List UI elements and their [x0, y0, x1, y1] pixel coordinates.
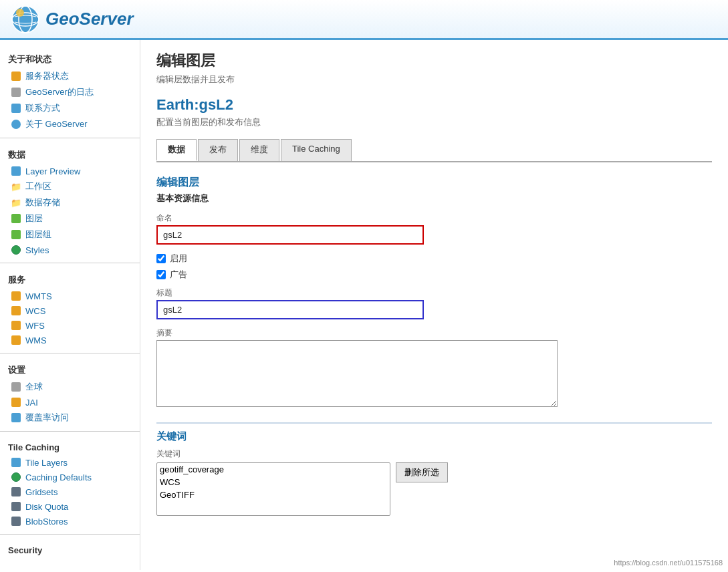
sidebar-label-wmts: WMTS — [25, 291, 52, 301]
sidebar-item-global[interactable]: 全球 — [0, 379, 140, 395]
layergroup-icon — [11, 229, 21, 240]
advertised-group: 广告 — [156, 269, 712, 281]
logo-text: GeoServer — [45, 9, 134, 29]
sidebar-item-caching-defaults[interactable]: Caching Defaults — [0, 470, 140, 484]
sidebar-label-styles: Styles — [25, 245, 49, 255]
watermark: https://blog.csdn.net/u011575168 — [614, 559, 723, 567]
remove-keywords-button[interactable]: 删除所选 — [396, 462, 448, 482]
sidebar-section-about: 关于和状态 — [0, 48, 140, 68]
sidebar-label-blobstores: BlobStores — [25, 517, 68, 527]
workspace-icon: 📁 — [11, 181, 21, 192]
abstract-field-group: 摘要 — [156, 327, 712, 409]
gridsets-icon — [11, 486, 21, 497]
title-field-group: 标题 — [156, 287, 712, 319]
sidebar-item-coverage[interactable]: 覆盖率访问 — [0, 410, 140, 426]
page-title: 编辑图层 — [156, 51, 712, 71]
disk-quota-icon — [11, 501, 21, 512]
sidebar-label-datastore: 数据存储 — [25, 196, 60, 208]
page-subtitle: 编辑层数据并且发布 — [156, 74, 712, 86]
tile-layers-icon — [11, 457, 21, 468]
name-input[interactable] — [156, 225, 424, 245]
abstract-label: 摘要 — [156, 327, 712, 339]
sidebar-item-contact[interactable]: 联系方式 — [0, 100, 140, 116]
sidebar-item-log[interactable]: GeoServer的日志 — [0, 84, 140, 100]
keywords-section: 关键词 关键词 geotiff_coverage WCS GeoTIFF 删除所… — [156, 422, 712, 516]
keyword-item[interactable]: geotiff_coverage — [157, 463, 390, 476]
sidebar-item-layer[interactable]: 图层 — [0, 210, 140, 227]
sidebar-label-gridsets: Gridsets — [25, 487, 57, 497]
sidebar-section-services: 服务 — [0, 269, 140, 289]
advertised-label: 广告 — [170, 269, 187, 281]
layout: 关于和状态 服务器状态 GeoServer的日志 联系方式 关于 GeoServ… — [0, 40, 728, 570]
header: GeoServer — [0, 0, 728, 40]
sidebar-item-gridsets[interactable]: Gridsets — [0, 484, 140, 499]
section-subtitle: 基本资源信息 — [156, 192, 712, 204]
sidebar-label-server-status: 服务器状态 — [25, 70, 69, 82]
sidebar-label-global: 全球 — [25, 381, 43, 393]
sidebar-item-about[interactable]: 关于 GeoServer — [0, 116, 140, 132]
about-icon — [11, 119, 21, 130]
sidebar-section-tile-caching: Tile Caching — [0, 437, 140, 455]
layer-desc: 配置当前图层的和发布信息 — [156, 116, 712, 128]
sidebar-item-wcs[interactable]: WCS — [0, 303, 140, 318]
keywords-list-container: geotiff_coverage WCS GeoTIFF 删除所选 — [156, 462, 712, 516]
keywords-title: 关键词 — [156, 422, 712, 443]
sidebar-item-wms[interactable]: WMS — [0, 333, 140, 347]
keyword-item[interactable]: GeoTIFF — [157, 488, 390, 501]
sidebar-label-layer: 图层 — [25, 212, 43, 225]
tab-tile-caching[interactable]: Tile Caching — [281, 139, 352, 161]
sidebar-label-tile-layers: Tile Layers — [25, 458, 68, 468]
sidebar-item-tile-layers[interactable]: Tile Layers — [0, 455, 140, 470]
wfs-icon — [11, 320, 21, 331]
wmts-icon — [11, 291, 21, 301]
caching-defaults-icon — [11, 472, 21, 482]
blobstores-icon — [11, 516, 21, 527]
sidebar-label-coverage: 覆盖率访问 — [25, 412, 69, 424]
sidebar-item-workspace[interactable]: 📁 工作区 — [0, 178, 140, 194]
jai-icon — [11, 397, 21, 408]
server-status-icon — [11, 71, 21, 82]
sidebar-item-layergroup[interactable]: 图层组 — [0, 227, 140, 243]
styles-icon — [11, 245, 21, 255]
sidebar-label-wms: WMS — [25, 335, 47, 345]
name-label: 命名 — [156, 212, 712, 224]
datastore-icon: 📁 — [11, 197, 21, 208]
sidebar-label-layergroup: 图层组 — [25, 229, 51, 241]
log-icon — [11, 87, 21, 98]
coverage-icon — [11, 412, 21, 423]
sidebar-label-wcs: WCS — [25, 306, 45, 316]
title-input[interactable] — [156, 300, 424, 319]
sidebar-item-disk-quota[interactable]: Disk Quota — [0, 499, 140, 514]
tabs: 数据 发布 维度 Tile Caching — [156, 139, 712, 162]
enabled-label: 启用 — [170, 253, 187, 265]
sidebar-label-log: GeoServer的日志 — [25, 86, 94, 98]
wms-icon — [11, 335, 21, 345]
tab-dimension[interactable]: 维度 — [239, 139, 279, 161]
sidebar-item-styles[interactable]: Styles — [0, 243, 140, 257]
keyword-item[interactable]: WCS — [157, 476, 390, 488]
sidebar-label-contact: 联系方式 — [25, 102, 60, 114]
sidebar-section-data: 数据 — [0, 144, 140, 164]
sidebar-item-blobstores[interactable]: BlobStores — [0, 514, 140, 529]
tab-data[interactable]: 数据 — [156, 139, 197, 161]
sidebar-item-wmts[interactable]: WMTS — [0, 289, 140, 303]
global-icon — [11, 382, 21, 392]
sidebar-label-wfs: WFS — [25, 321, 45, 331]
title-label: 标题 — [156, 287, 712, 299]
enabled-checkbox[interactable] — [156, 254, 166, 263]
svg-point-4 — [16, 9, 24, 17]
sidebar-item-datastore[interactable]: 📁 数据存储 — [0, 194, 140, 210]
sidebar-item-wfs[interactable]: WFS — [0, 318, 140, 333]
sidebar-label-layer-preview: Layer Preview — [25, 166, 80, 176]
keywords-label: 关键词 — [156, 448, 712, 460]
sidebar-item-layer-preview[interactable]: Layer Preview — [0, 164, 140, 178]
abstract-textarea[interactable] — [156, 340, 558, 407]
keywords-list[interactable]: geotiff_coverage WCS GeoTIFF — [156, 462, 390, 516]
sidebar-label-about: 关于 GeoServer — [25, 118, 87, 130]
sidebar-label-disk-quota: Disk Quota — [25, 502, 68, 512]
sidebar-item-jai[interactable]: JAI — [0, 395, 140, 410]
sidebar-item-server-status[interactable]: 服务器状态 — [0, 68, 140, 84]
tab-publish[interactable]: 发布 — [198, 139, 238, 161]
logo-icon — [11, 5, 40, 34]
advertised-checkbox[interactable] — [156, 270, 166, 279]
